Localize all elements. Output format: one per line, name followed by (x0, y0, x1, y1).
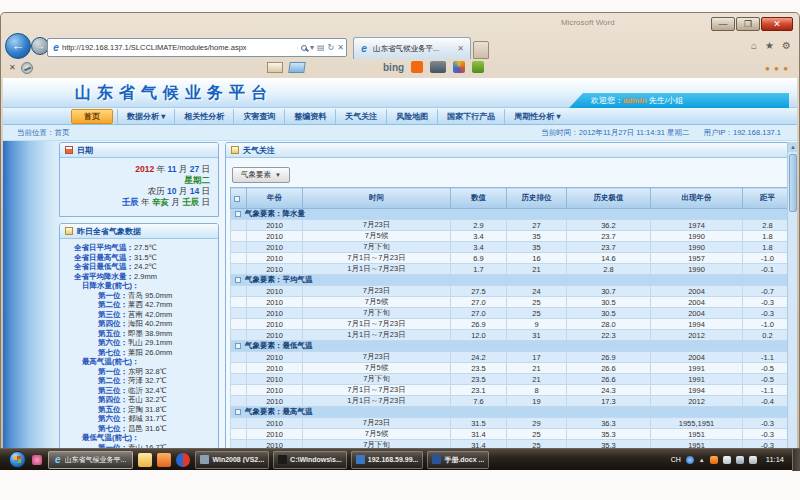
table-cell: 2004 (651, 352, 743, 363)
colorful-app-icon[interactable] (453, 61, 465, 73)
table-cell (231, 396, 247, 407)
browser-tab[interactable]: e 山东省气候业务平... ✕ (353, 37, 471, 59)
table-cell (231, 374, 247, 385)
taskbar-window-0[interactable]: Win2008 (VS2... (195, 451, 269, 469)
maximize-button[interactable]: ❐ (736, 17, 760, 31)
table-cell: 1994 (651, 385, 743, 396)
taskbar-clock[interactable]: 11:14 (766, 455, 784, 464)
taskbar-window-3[interactable]: 手册.docx ... (427, 451, 489, 469)
table-row: 20107月5候27.02530.52004-0.31.6 (231, 297, 793, 308)
nav-item-8[interactable]: 周期性分析 ▾ (504, 109, 569, 124)
bing-logo[interactable]: bing (383, 62, 404, 73)
browser-titlebar[interactable]: Microsoft Word — ❐ ✕ (1, 13, 799, 37)
tray-fox-icon[interactable] (710, 456, 718, 464)
refresh-icon[interactable]: ↻ (328, 43, 335, 52)
group-label: 气象要素：最高气温 (245, 407, 313, 416)
table-cell: 1955,1951 (651, 418, 743, 429)
nav-item-6[interactable]: 风险地图 (386, 109, 437, 124)
table-cell: 2004 (651, 286, 743, 297)
weather-stat-line: 第一位：青岛 95.0mm (60, 291, 218, 301)
send-icon[interactable] (288, 62, 306, 73)
chevron-down-icon: ▼ (275, 172, 281, 178)
pinned-app-icon[interactable] (32, 455, 42, 465)
start-button[interactable] (9, 451, 26, 468)
table-toolbar: 气象要素▼ (226, 158, 797, 187)
taskbar: e 山东省气候业务平... Win2008 (VS2...C:\Windows\… (0, 448, 800, 470)
language-indicator[interactable]: CH (671, 456, 681, 463)
nav-item-7[interactable]: 国家下行产品 (437, 109, 504, 124)
breadcrumb: 当前位置：首页 (17, 125, 70, 141)
group-checkbox-icon[interactable] (235, 277, 241, 283)
nav-item-2[interactable]: 相关性分析 (174, 109, 233, 124)
browser-chrome: ← → e http://192.168.137.1/SLCCLIMATE/mo… (1, 37, 799, 60)
table-cell: -0.3 (743, 297, 793, 308)
tray-expand-icon[interactable]: ▲ (699, 457, 705, 463)
group-row[interactable]: 气象要素：最低气温 (231, 341, 793, 352)
favorites-star-icon[interactable]: ★ (765, 40, 774, 51)
page-content: 日期 2012 年 11 月 27 日 星期二 农历 10 月 (59, 142, 785, 469)
stop-icon[interactable]: ✕ (337, 43, 344, 52)
table-cell: 27 (507, 220, 567, 231)
stat-label: 全省平均降水量： (74, 272, 134, 281)
show-desktop-button[interactable] (792, 449, 800, 471)
stat-label: 第五位： (98, 329, 128, 338)
element-filter-button[interactable]: 气象要素▼ (232, 167, 290, 183)
taskbar-window-1[interactable]: C:\Windows\s... (273, 451, 347, 469)
back-button[interactable]: ← (5, 33, 31, 59)
green-app-icon[interactable] (472, 61, 484, 73)
orange-program-icon[interactable] (157, 453, 171, 467)
table-cell: 27.0 (451, 308, 507, 319)
group-checkbox-icon[interactable] (235, 211, 241, 217)
focus-panel-title: 天气关注 (243, 145, 275, 156)
nav-item-4[interactable]: 整编资料 (284, 109, 335, 124)
group-row[interactable]: 气象要素：平均气温 (231, 275, 793, 286)
dropdown-arrow-icon[interactable]: ▾ (310, 43, 314, 52)
stat-value: 24.2℃ (134, 262, 157, 271)
nav-item-3[interactable]: 灾害查询 (233, 109, 284, 124)
weather-summary-list: 全省日平均气温：27.5℃全省日最高气温：31.5℃全省日最低气温：24.2℃全… (60, 239, 218, 469)
stat-label: 第一位： (98, 367, 128, 376)
tools-gear-icon[interactable]: ⚙ (782, 40, 791, 51)
tab-close-icon[interactable]: ✕ (455, 44, 466, 53)
camera-icon[interactable] (430, 61, 446, 73)
address-bar[interactable]: e http://192.168.137.1/SLCCLIMATE/module… (47, 38, 347, 57)
group-checkbox-icon[interactable] (235, 409, 241, 415)
scroll-up-icon[interactable]: ▲ (788, 142, 797, 152)
window-icon (356, 455, 365, 464)
close-button[interactable]: ✕ (761, 17, 793, 31)
volume-icon[interactable] (749, 456, 757, 464)
header-checkbox-icon[interactable] (234, 196, 240, 202)
explorer-folder-icon[interactable] (138, 453, 152, 467)
table-cell: 36.2 (567, 220, 651, 231)
network-icon[interactable] (736, 456, 744, 464)
group-row[interactable]: 气象要素：最高气温 (231, 407, 793, 418)
group-row[interactable]: 气象要素：降水量 (231, 209, 793, 220)
search-icon[interactable] (301, 45, 307, 51)
minimize-button[interactable]: — (711, 17, 735, 31)
toolbar-close-icon[interactable]: ✕ (9, 63, 16, 72)
nav-item-5[interactable]: 天气关注 (335, 109, 386, 124)
round-program-icon[interactable] (176, 453, 190, 467)
page-scrollbar[interactable]: ▲ (787, 142, 797, 469)
new-tab-button[interactable] (473, 41, 489, 59)
compatibility-icon[interactable]: ▤ (317, 43, 325, 52)
table-cell: 7月23日 (303, 418, 451, 429)
taskbar-active-window[interactable]: e 山东省气候业务平... (48, 451, 133, 469)
mail-icon[interactable] (267, 62, 283, 73)
group-checkbox-icon[interactable] (235, 343, 241, 349)
nav-item-0[interactable]: 首页 (71, 109, 113, 124)
tray-blue-icon[interactable] (686, 456, 694, 464)
window-icon (200, 455, 209, 464)
table-cell: 31.5 (451, 418, 507, 429)
home-icon[interactable]: ⌂ (751, 40, 757, 51)
taskbar-window-2[interactable]: 192.168.59.99... (351, 451, 424, 469)
scrollbar-thumb[interactable] (789, 154, 797, 212)
action-center-flag-icon[interactable] (723, 456, 731, 464)
table-cell: 31 (507, 330, 567, 341)
more-dots-icon[interactable]: ● ● ● (765, 64, 789, 73)
weather-stat-line: 全省日最低气温：24.2℃ (60, 262, 218, 272)
nav-item-1[interactable]: 数据分析 ▾ (117, 109, 174, 124)
addon-circle-icon[interactable] (21, 62, 33, 74)
weather-stat-line: 第四位：苍山 32.2℃ (60, 395, 218, 405)
orange-app-icon[interactable] (411, 61, 423, 73)
